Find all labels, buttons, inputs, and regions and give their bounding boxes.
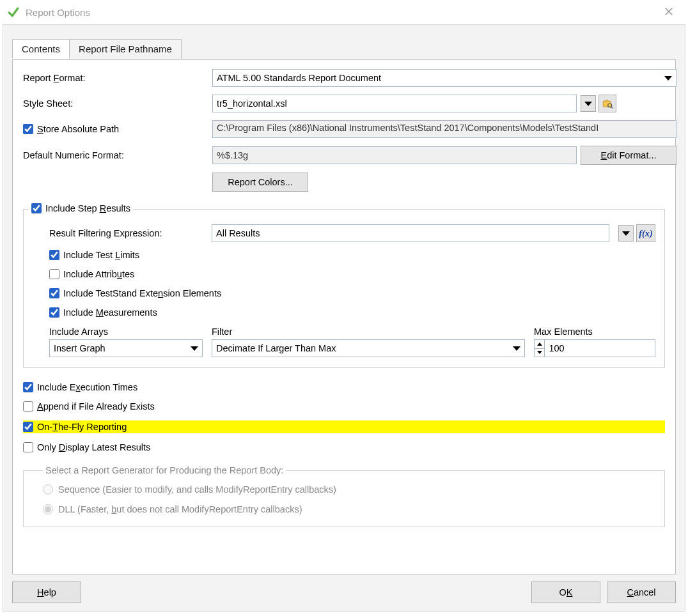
- include-arrays-label: Include Arrays: [49, 327, 203, 337]
- dialog-body: Contents Report File Pathname Report For…: [3, 24, 685, 612]
- svg-line-2: [611, 107, 613, 108]
- chevron-down-icon: [664, 76, 672, 81]
- chevron-down-icon: [622, 231, 630, 236]
- spinner-down-button[interactable]: [535, 349, 544, 357]
- store-absolute-path-checkbox[interactable]: Store Absolute Path: [23, 124, 208, 134]
- include-step-results-checkbox[interactable]: Include Step Results: [31, 203, 130, 213]
- only-display-latest-checkbox[interactable]: Only Display Latest Results: [23, 442, 665, 452]
- svg-rect-0: [603, 101, 611, 107]
- append-if-exists-input[interactable]: [23, 401, 33, 412]
- style-sheet-combo[interactable]: tr5_horizontal.xsl: [212, 95, 577, 112]
- generator-sequence-input: [43, 484, 53, 495]
- include-step-results-group: Include Step Results Result Filtering Ex…: [23, 203, 665, 368]
- ok-button[interactable]: OK: [531, 581, 600, 603]
- window-title: Report Options: [26, 7, 90, 18]
- include-attributes-input[interactable]: [49, 269, 59, 279]
- expression-fx-button[interactable]: f(x): [636, 224, 655, 242]
- chevron-down-icon: [191, 346, 198, 351]
- only-display-latest-input[interactable]: [23, 442, 33, 452]
- include-teststand-ext-checkbox[interactable]: Include TestStand Extension Elements: [49, 288, 655, 298]
- spinner-up-button[interactable]: [535, 340, 544, 349]
- contents-panel: Report Format: ATML 5.00 Standards Repor…: [12, 59, 676, 574]
- browse-style-sheet-button[interactable]: [598, 95, 616, 112]
- result-filtering-dropdown-button[interactable]: [618, 225, 634, 242]
- include-execution-times-input[interactable]: [23, 382, 33, 392]
- app-icon: [6, 5, 20, 19]
- report-colors-button[interactable]: Report Colors...: [212, 173, 308, 192]
- close-icon[interactable]: [656, 7, 682, 18]
- append-if-exists-checkbox[interactable]: Append if File Already Exists: [23, 401, 665, 412]
- store-absolute-path-input[interactable]: [23, 124, 33, 134]
- generator-sequence-label: Sequence (Easier to modify, and calls Mo…: [58, 484, 336, 495]
- tab-report-file-pathname[interactable]: Report File Pathname: [69, 39, 182, 59]
- default-numeric-format-label: Default Numeric Format:: [23, 150, 208, 160]
- generator-dll-input: [43, 504, 53, 514]
- include-arrays-value: Insert Graph: [54, 343, 106, 353]
- style-sheet-value: tr5_horizontal.xsl: [217, 98, 287, 109]
- result-filtering-combo[interactable]: All Results: [212, 224, 609, 242]
- report-generator-group: Select a Report Generator for Producing …: [23, 465, 665, 527]
- include-step-results-input[interactable]: [31, 203, 42, 213]
- chevron-down-icon: [584, 102, 592, 106]
- max-elements-input[interactable]: [545, 340, 655, 357]
- array-filter-combo[interactable]: Decimate If Larger Than Max: [212, 339, 525, 357]
- default-numeric-format-input[interactable]: [212, 146, 577, 164]
- cancel-button[interactable]: Cancel: [607, 581, 676, 603]
- report-format-label: Report Format:: [23, 73, 208, 83]
- array-filter-value: Decimate If Larger Than Max: [216, 343, 336, 353]
- report-format-combo[interactable]: ATML 5.00 Standards Report Document: [212, 69, 676, 87]
- chevron-down-icon: [513, 346, 520, 351]
- include-measurements-checkbox[interactable]: Include Measurements: [49, 307, 655, 318]
- style-sheet-label: Style Sheet:: [23, 98, 208, 109]
- tab-strip: Contents Report File Pathname: [12, 39, 688, 59]
- report-format-value: ATML 5.00 Standards Report Document: [217, 73, 381, 83]
- report-generator-legend: Select a Report Generator for Producing …: [43, 465, 286, 475]
- include-execution-times-checkbox[interactable]: Include Execution Times: [23, 382, 665, 392]
- style-sheet-dropdown-button[interactable]: [581, 95, 596, 112]
- include-teststand-ext-input[interactable]: [49, 288, 59, 298]
- on-the-fly-reporting-checkbox[interactable]: On-The-Fly Reporting: [23, 422, 127, 432]
- tab-contents[interactable]: Contents: [12, 39, 70, 59]
- include-arrays-combo[interactable]: Insert Graph: [49, 339, 203, 357]
- include-test-limits-input[interactable]: [49, 250, 59, 260]
- filter-label: Filter: [212, 327, 525, 337]
- titlebar: Report Options: [0, 0, 688, 24]
- generator-sequence-radio: Sequence (Easier to modify, and calls Mo…: [43, 484, 336, 495]
- edit-format-button[interactable]: Edit Format...: [581, 146, 676, 165]
- on-the-fly-reporting-input[interactable]: [23, 422, 33, 432]
- result-filtering-value: All Results: [216, 228, 260, 238]
- absolute-path-display: C:\Program Files (x86)\National Instrume…: [212, 120, 676, 138]
- include-attributes-checkbox[interactable]: Include Attributes: [49, 269, 655, 279]
- include-test-limits-checkbox[interactable]: Include Test Limits: [49, 250, 655, 260]
- result-filtering-label: Result Filtering Expression:: [49, 228, 203, 238]
- chevron-down-icon: [537, 351, 542, 354]
- generator-dll-radio: DLL (Faster, but does not call ModifyRep…: [43, 504, 302, 514]
- help-button[interactable]: Help: [12, 581, 81, 603]
- dialog-footer: Help OK Cancel: [12, 580, 676, 605]
- include-measurements-input[interactable]: [49, 307, 59, 318]
- chevron-up-icon: [537, 343, 542, 346]
- on-the-fly-highlight: On-The-Fly Reporting: [23, 420, 665, 433]
- max-elements-label: Max Elements: [534, 327, 655, 337]
- max-elements-spinner[interactable]: [534, 339, 655, 357]
